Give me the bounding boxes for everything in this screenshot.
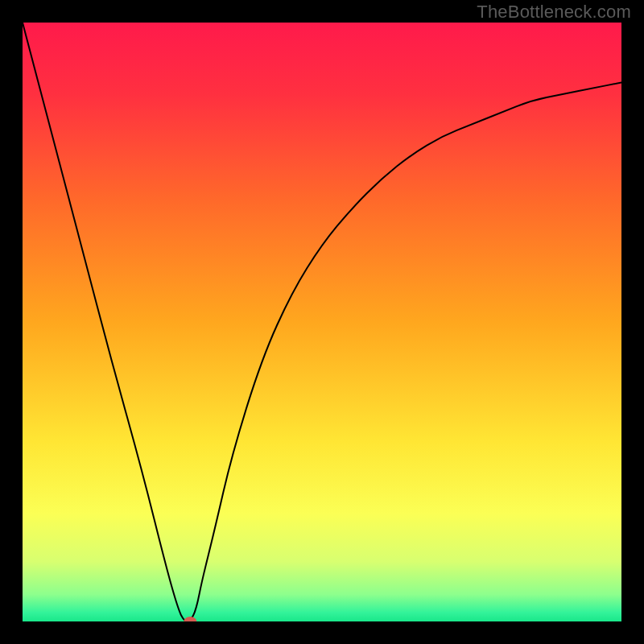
chart-svg: [23, 23, 621, 621]
chart-container: TheBottleneck.com: [0, 0, 644, 644]
plot-area: [23, 23, 621, 621]
watermark-text: TheBottleneck.com: [477, 2, 631, 23]
gradient-background: [23, 23, 621, 621]
